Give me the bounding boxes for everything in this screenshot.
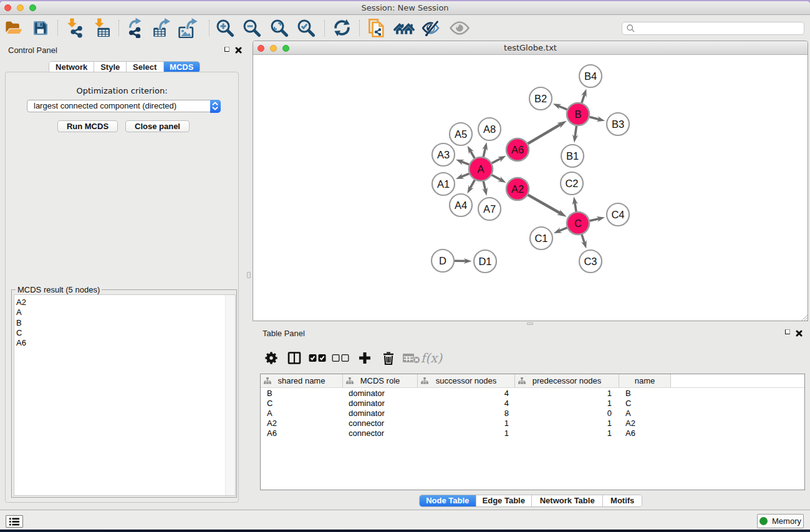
table-cell[interactable]: 1 xyxy=(418,428,509,438)
table-panel-float-button[interactable] xyxy=(785,329,790,334)
show-all-button[interactable] xyxy=(449,17,470,39)
table-cell[interactable]: 0 xyxy=(515,409,612,418)
graph-edge[interactable] xyxy=(470,150,475,158)
control-panel-close-button[interactable] xyxy=(235,47,242,54)
delete-row-button[interactable] xyxy=(378,347,399,369)
graph-edge[interactable] xyxy=(590,218,600,221)
table-settings-button[interactable] xyxy=(261,347,282,369)
result-item[interactable]: B xyxy=(14,318,235,328)
apply-layout-button[interactable] xyxy=(331,17,352,39)
table-cell[interactable]: dominator xyxy=(349,409,385,418)
column-header-successor-nodes[interactable]: successor nodes xyxy=(418,374,515,387)
result-item[interactable]: C xyxy=(14,328,235,338)
tab-edge-table[interactable]: Edge Table xyxy=(476,495,533,506)
table-cell[interactable]: 1 xyxy=(515,399,612,409)
zoom-fit-button[interactable] xyxy=(269,17,290,39)
graph-edge[interactable] xyxy=(492,175,501,180)
table-cell[interactable]: C xyxy=(267,399,272,409)
table-cell[interactable]: connector xyxy=(349,428,384,438)
export-table-button[interactable] xyxy=(151,17,172,39)
graph-edge[interactable] xyxy=(575,126,576,137)
vertical-splitter-grip[interactable] xyxy=(247,272,251,278)
graph-edge[interactable] xyxy=(559,228,567,231)
network-canvas[interactable]: B4B2BB3A5A8A6B1A3AA1C2A2A4A7C4CC1C3DD1 xyxy=(253,55,808,321)
table-cell[interactable]: dominator xyxy=(349,389,385,399)
table-cell[interactable]: B xyxy=(625,389,631,399)
table-cell[interactable]: A2 xyxy=(267,418,277,428)
column-header-name[interactable]: name xyxy=(619,374,671,387)
zoom-in-button[interactable] xyxy=(215,17,236,39)
hide-selected-button[interactable] xyxy=(421,17,442,39)
criterion-dropdown[interactable]: largest connected component (directed) xyxy=(27,100,221,112)
table-cell[interactable]: A xyxy=(267,409,272,418)
graph-edge[interactable] xyxy=(483,147,485,157)
table-cell[interactable]: 1 xyxy=(418,418,509,428)
table-row[interactable]: Adominator80A xyxy=(261,409,804,418)
table-cell[interactable]: 8 xyxy=(418,409,509,418)
first-neighbors-button[interactable] xyxy=(393,17,415,39)
graph-edge[interactable] xyxy=(575,202,576,212)
table-cell[interactable]: connector xyxy=(349,418,384,428)
table-cell[interactable]: A2 xyxy=(625,418,635,428)
run-mcds-button[interactable]: Run MCDS xyxy=(57,120,118,132)
open-file-button[interactable] xyxy=(2,17,24,39)
table-row[interactable]: Bdominator41B xyxy=(261,389,804,399)
column-header-MCDS-role[interactable]: MCDS role xyxy=(343,374,418,387)
tab-mcds[interactable]: MCDS xyxy=(164,62,200,72)
column-header-shared-name[interactable]: shared name xyxy=(261,374,343,387)
graph-edge[interactable] xyxy=(483,181,485,191)
table-row[interactable]: Cdominator41C xyxy=(261,399,804,409)
result-scrollbar[interactable] xyxy=(225,295,235,495)
result-item[interactable]: A2 xyxy=(14,297,235,307)
import-network-button[interactable] xyxy=(65,17,86,39)
network-window-titlebar[interactable]: testGlobe.txt xyxy=(253,41,808,55)
table-cell[interactable]: B xyxy=(267,389,272,399)
select-all-button[interactable] xyxy=(307,347,328,369)
deselect-all-button[interactable] xyxy=(330,347,351,369)
window-resize-grip[interactable] xyxy=(801,313,809,321)
graph-edge[interactable] xyxy=(528,124,561,143)
mcds-result-list[interactable]: A2ABCA6 xyxy=(14,294,236,496)
delete-table-button[interactable] xyxy=(401,347,422,369)
zoom-selected-button[interactable] xyxy=(296,17,317,39)
result-item[interactable]: A6 xyxy=(14,338,235,348)
horizontal-splitter-grip[interactable] xyxy=(527,322,533,325)
new-network-from-selection-button[interactable] xyxy=(366,17,387,39)
export-network-button[interactable] xyxy=(126,17,147,39)
graph-edge[interactable] xyxy=(461,173,470,177)
tab-motifs[interactable]: Motifs xyxy=(603,495,642,506)
graph-edge[interactable] xyxy=(589,117,599,120)
search-input[interactable] xyxy=(637,24,804,34)
tab-node-table[interactable]: Node Table xyxy=(420,495,476,506)
table-cell[interactable]: A6 xyxy=(625,428,635,438)
memory-button[interactable]: Memory xyxy=(757,514,804,528)
graph-edge[interactable] xyxy=(582,94,585,103)
column-header-predecessor-nodes[interactable]: predecessor nodes xyxy=(515,374,619,387)
task-history-button[interactable] xyxy=(6,515,23,528)
graph-edge[interactable] xyxy=(558,106,567,110)
graph-edge[interactable] xyxy=(461,162,469,165)
tab-network-table[interactable]: Network Table xyxy=(532,495,603,506)
table-cell[interactable]: dominator xyxy=(349,399,385,409)
table-row[interactable]: A2connector11A2 xyxy=(261,418,804,428)
tab-network[interactable]: Network xyxy=(49,62,94,72)
zoom-out-button[interactable] xyxy=(241,17,263,39)
function-builder-button[interactable]: f(x) xyxy=(421,347,442,369)
split-panel-button[interactable] xyxy=(284,347,305,369)
import-table-button[interactable] xyxy=(92,17,113,39)
close-panel-button[interactable]: Close panel xyxy=(125,120,190,132)
table-cell[interactable]: A6 xyxy=(267,428,277,438)
search-box[interactable] xyxy=(622,22,804,35)
graph-edge[interactable] xyxy=(470,180,475,189)
result-item[interactable]: A xyxy=(14,307,235,317)
tab-style[interactable]: Style xyxy=(94,62,127,72)
table-cell[interactable]: 1 xyxy=(515,418,612,428)
control-panel-float-button[interactable] xyxy=(224,47,229,52)
graph-edge[interactable] xyxy=(528,195,561,213)
graph-edge[interactable] xyxy=(582,235,585,243)
table-cell[interactable]: 1 xyxy=(515,428,612,438)
save-session-button[interactable] xyxy=(30,17,51,39)
add-row-button[interactable] xyxy=(354,347,375,369)
table-cell[interactable]: 4 xyxy=(418,389,509,399)
export-image-button[interactable] xyxy=(177,17,198,39)
